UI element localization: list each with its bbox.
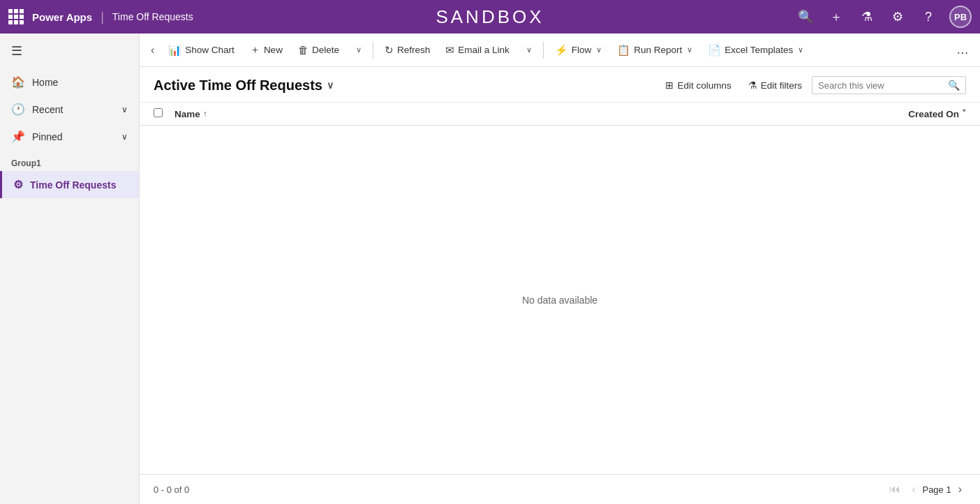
edit-columns-button[interactable]: ⊞ Edit columns (658, 75, 738, 95)
delete-chevron-icon: ∨ (356, 45, 362, 54)
sidebar-item-home[interactable]: 🏠 Home (0, 68, 139, 96)
empty-state: No data available (140, 126, 980, 474)
pinned-chevron-icon: ∨ (121, 132, 128, 142)
recent-chevron-icon: ∨ (121, 105, 128, 114)
refresh-button[interactable]: ↻ Refresh (378, 40, 437, 61)
view-title-chevron-icon: ∨ (327, 80, 334, 91)
refresh-label: Refresh (397, 45, 430, 55)
select-all-checkbox[interactable] (154, 108, 175, 119)
sidebar-recent-label: Recent (32, 104, 63, 115)
created-on-sort-icon: ˅ (962, 109, 966, 119)
sidebar-pinned-label: Pinned (32, 131, 63, 142)
excel-templates-button[interactable]: 📄 Excel Templates ∨ (701, 40, 810, 61)
run-report-button[interactable]: 📋 Run Report ∨ (610, 40, 699, 61)
user-avatar[interactable]: PB (949, 6, 972, 28)
email-link-label: Email a Link (458, 45, 510, 55)
command-bar: ‹ 📊 Show Chart ＋ New 🗑 Delete ∨ ↻ Refres… (140, 34, 980, 67)
empty-state-message: No data available (522, 295, 597, 306)
recent-icon: 🕐 (11, 103, 25, 116)
sandbox-label: SANDBOX (436, 6, 544, 28)
sidebar-toggle-button[interactable]: ☰ (0, 34, 139, 68)
app-name: Power Apps (32, 11, 92, 23)
name-sort-icon: ↑ (203, 109, 207, 119)
top-nav: Power Apps | Time Off Requests SANDBOX 🔍… (0, 0, 980, 34)
filter-nav-button[interactable]: ⚗ (857, 7, 877, 27)
created-on-column-header[interactable]: Created On ˅ (826, 109, 966, 119)
excel-templates-chevron-icon: ∨ (798, 45, 803, 54)
content-area: ‹ 📊 Show Chart ＋ New 🗑 Delete ∨ ↻ Refres… (140, 34, 980, 504)
cmd-separator-1 (373, 42, 373, 59)
help-nav-button[interactable]: ? (919, 7, 938, 27)
sidebar-item-pinned[interactable]: 📌 Pinned ∨ (0, 123, 139, 150)
sidebar-item-recent[interactable]: 🕐 Recent ∨ (0, 96, 139, 123)
settings-nav-button[interactable]: ⚙ (888, 7, 907, 27)
edit-filters-icon: ⚗ (748, 80, 757, 91)
home-icon: 🏠 (11, 75, 25, 89)
view-title[interactable]: Active Time Off Requests ∨ (154, 77, 334, 94)
run-report-label: Run Report (634, 45, 682, 55)
waffle-menu-icon[interactable] (8, 9, 24, 24)
new-button[interactable]: ＋ New (243, 39, 290, 61)
edit-columns-icon: ⊞ (665, 80, 674, 91)
sidebar-item-time-off-requests[interactable]: ⚙ Time Off Requests (0, 171, 139, 198)
more-options-button[interactable]: … (951, 40, 974, 60)
email-link-chevron-button[interactable]: ∨ (518, 41, 539, 59)
back-button[interactable]: ‹ (145, 41, 160, 59)
pinned-icon: 📌 (11, 130, 25, 143)
run-report-icon: 📋 (617, 44, 630, 57)
cmd-separator-2 (543, 42, 544, 59)
prev-page-button[interactable]: ‹ (907, 480, 919, 498)
created-on-column-label: Created On (908, 109, 959, 119)
search-icon: 🔍 (948, 80, 960, 91)
add-nav-button[interactable]: ＋ (826, 7, 846, 27)
edit-filters-button[interactable]: ⚗ Edit filters (741, 75, 809, 95)
view-title-text: Active Time Off Requests (154, 77, 322, 94)
main-layout: ☰ 🏠 Home 🕐 Recent ∨ 📌 Pinned ∨ Group1 ⚙ … (0, 34, 980, 504)
email-link-chevron-icon: ∨ (526, 45, 532, 54)
edit-filters-label: Edit filters (761, 80, 802, 91)
edit-columns-label: Edit columns (677, 80, 731, 91)
first-page-button[interactable]: ⏮ (885, 480, 905, 498)
excel-templates-icon: 📄 (708, 44, 721, 57)
show-chart-label: Show Chart (185, 45, 235, 55)
delete-label: Delete (312, 45, 339, 55)
flow-chevron-icon: ∨ (596, 45, 602, 54)
new-icon: ＋ (250, 43, 260, 57)
pagination: ⏮ ‹ Page 1 › (885, 480, 966, 498)
flow-icon: ⚡ (555, 44, 568, 57)
search-box[interactable]: 🔍 (812, 76, 966, 94)
record-count: 0 - 0 of 0 (154, 484, 189, 495)
excel-templates-label: Excel Templates (725, 45, 793, 55)
search-nav-button[interactable]: 🔍 (796, 7, 815, 27)
search-input[interactable] (818, 80, 944, 91)
email-link-icon: ✉ (445, 44, 454, 57)
time-off-requests-icon: ⚙ (13, 178, 23, 191)
delete-icon: 🗑 (298, 44, 309, 56)
refresh-icon: ↻ (385, 44, 394, 57)
email-link-button[interactable]: ✉ Email a Link (438, 40, 517, 61)
sidebar-home-label: Home (32, 77, 58, 88)
table-header: Name ↑ Created On ˅ (140, 103, 980, 126)
page-label: Page 1 (922, 484, 951, 495)
footer: 0 - 0 of 0 ⏮ ‹ Page 1 › (140, 474, 980, 504)
sidebar: ☰ 🏠 Home 🕐 Recent ∨ 📌 Pinned ∨ Group1 ⚙ … (0, 34, 140, 504)
show-chart-button[interactable]: 📊 Show Chart (161, 40, 242, 61)
flow-label: Flow (572, 45, 592, 55)
next-page-button[interactable]: › (954, 480, 966, 498)
delete-button[interactable]: 🗑 Delete (291, 40, 346, 60)
new-label: New (264, 45, 283, 55)
run-report-chevron-icon: ∨ (687, 45, 692, 54)
nav-separator: | (101, 10, 104, 24)
name-column-label: Name (175, 109, 200, 119)
sidebar-group-label: Group1 (0, 150, 139, 171)
select-all-input[interactable] (154, 108, 163, 117)
view-header-actions: ⊞ Edit columns ⚗ Edit filters 🔍 (658, 75, 966, 95)
nav-app-title: Time Off Requests (112, 11, 193, 22)
name-column-header[interactable]: Name ↑ (175, 109, 826, 119)
flow-button[interactable]: ⚡ Flow ∨ (548, 40, 609, 61)
delete-chevron-button[interactable]: ∨ (348, 41, 369, 59)
sidebar-time-off-label: Time Off Requests (30, 179, 116, 191)
view-header: Active Time Off Requests ∨ ⊞ Edit column… (140, 67, 980, 103)
show-chart-icon: 📊 (168, 44, 181, 57)
